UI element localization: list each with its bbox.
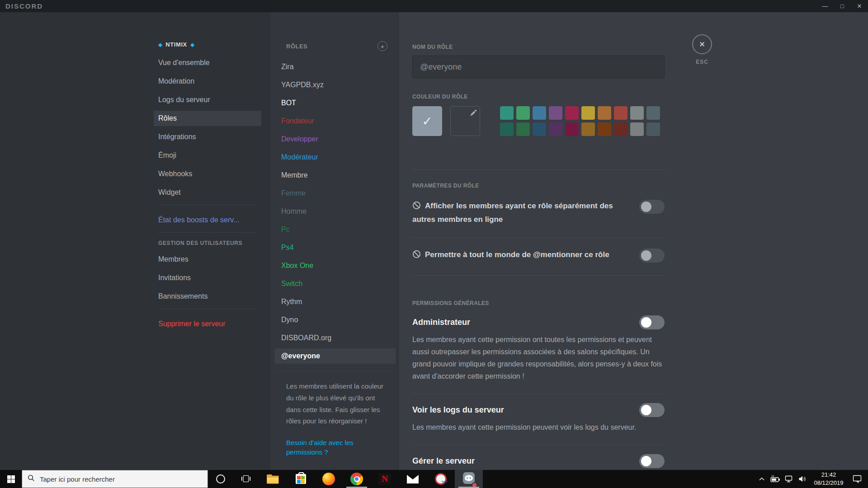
- permission-row: Voir les logs du serveur Les membres aya…: [412, 394, 665, 445]
- permission-toggle[interactable]: [639, 403, 665, 417]
- search-input[interactable]: [40, 475, 202, 483]
- color-swatch[interactable]: [500, 106, 514, 120]
- sidebar-item[interactable]: Intégrations: [154, 129, 261, 145]
- role-list-item[interactable]: Modérateur: [275, 150, 396, 165]
- sidebar-item[interactable]: Widget: [154, 185, 261, 200]
- taskbar-netflix-button[interactable]: N: [371, 470, 399, 488]
- color-swatch[interactable]: [614, 106, 627, 120]
- color-swatch[interactable]: [549, 122, 562, 136]
- role-list-item[interactable]: DISBOARD.org: [275, 330, 396, 346]
- netflix-icon: N: [379, 473, 391, 485]
- add-role-icon[interactable]: +: [377, 41, 387, 51]
- time-text: 21:42: [821, 471, 836, 478]
- mention-toggle[interactable]: [639, 249, 665, 263]
- color-swatch[interactable]: [581, 106, 595, 120]
- taskbar-firefox-button[interactable]: [315, 470, 343, 488]
- taskbar-discord-button[interactable]: [455, 470, 483, 488]
- role-list-item[interactable]: Femme: [275, 186, 396, 201]
- color-swatch[interactable]: [581, 122, 595, 136]
- role-list-item[interactable]: Membre: [275, 168, 396, 183]
- role-list-item[interactable]: @everyone: [275, 348, 396, 364]
- taskbar-chrome-button[interactable]: [343, 470, 371, 488]
- role-list-item[interactable]: Ps4: [275, 240, 396, 255]
- role-list-item[interactable]: Rythm: [275, 294, 396, 310]
- custom-color-swatch[interactable]: [450, 106, 480, 136]
- role-list-item[interactable]: Dyno: [275, 312, 396, 328]
- default-color-swatch[interactable]: ✓: [412, 106, 442, 136]
- hoist-toggle[interactable]: [639, 200, 665, 214]
- discord-icon: [462, 472, 475, 486]
- hidden-icons-chevron-icon[interactable]: [755, 470, 769, 488]
- taskbar-scissors-app-button[interactable]: ✂: [427, 470, 455, 488]
- color-swatch[interactable]: [630, 106, 644, 120]
- start-button[interactable]: [0, 470, 22, 488]
- color-swatch[interactable]: [614, 122, 627, 136]
- taskbar-file-explorer-button[interactable]: [259, 470, 287, 488]
- sidebar-item[interactable]: Modération: [154, 74, 261, 89]
- maximize-button[interactable]: □: [834, 0, 851, 12]
- esc-label: ESC: [689, 59, 716, 65]
- windows-taskbar: N ✂: [0, 470, 868, 488]
- volume-icon[interactable]: [796, 470, 809, 488]
- color-swatch[interactable]: [516, 122, 530, 136]
- taskbar-clock[interactable]: 21:42 08/12/2019: [809, 471, 848, 487]
- permissions-help-link[interactable]: Besoin d'aide avec les permissions ?: [286, 438, 364, 457]
- role-list-item[interactable]: Homme: [275, 204, 396, 219]
- sidebar-item-server-boost-status[interactable]: État des boosts de serv...: [154, 212, 261, 228]
- close-settings-control: ✕ ESC: [689, 34, 716, 65]
- color-swatch[interactable]: [646, 122, 660, 136]
- taskbar-search[interactable]: [22, 470, 208, 488]
- close-button[interactable]: ✕: [851, 0, 868, 12]
- color-swatch[interactable]: [565, 122, 579, 136]
- color-swatch[interactable]: [646, 106, 660, 120]
- color-swatch[interactable]: [549, 106, 562, 120]
- permission-row: Gérer le serveur: [412, 445, 665, 470]
- color-swatch[interactable]: [500, 122, 514, 136]
- network-icon[interactable]: [782, 470, 796, 488]
- gem-icon: ◆: [190, 42, 194, 48]
- sidebar-item[interactable]: Membres: [154, 252, 261, 267]
- system-tray: 21:42 08/12/2019: [755, 470, 868, 488]
- color-swatch[interactable]: [565, 106, 579, 120]
- permission-toggle[interactable]: [639, 315, 665, 329]
- sidebar-item[interactable]: Vue d'ensemble: [154, 55, 261, 70]
- role-list-item[interactable]: Switch: [275, 276, 396, 291]
- color-swatch[interactable]: [516, 106, 530, 120]
- cortana-button[interactable]: [208, 470, 233, 488]
- sidebar-item[interactable]: Rôles: [154, 111, 261, 126]
- role-name-input[interactable]: [412, 56, 665, 78]
- sidebar-item[interactable]: Bannissements: [154, 289, 261, 304]
- color-swatch[interactable]: [630, 122, 644, 136]
- delete-server-button[interactable]: Supprimer le serveur: [154, 316, 261, 332]
- taskbar-store-button[interactable]: [287, 470, 315, 488]
- server-name-header: ◆ NTIMIX ◆: [154, 41, 261, 48]
- role-list-item[interactable]: Pc: [275, 222, 396, 237]
- roles-list-panel: RÔLES + Zira YAGPDB.xyz BOT Fondateur De…: [270, 12, 399, 470]
- task-view-button[interactable]: [233, 470, 259, 488]
- role-list-item[interactable]: BOT: [275, 95, 396, 111]
- role-list-item[interactable]: Fondateur: [275, 113, 396, 129]
- role-list-item[interactable]: Developper: [275, 131, 396, 147]
- cortana-icon: [216, 474, 225, 483]
- color-swatch[interactable]: [598, 106, 611, 120]
- role-list-item[interactable]: Zira: [275, 59, 396, 75]
- window-controls: — □ ✕: [816, 0, 868, 12]
- color-palette-grid: [500, 106, 660, 136]
- sidebar-item[interactable]: Invitations: [154, 270, 261, 286]
- sidebar-item[interactable]: Webhooks: [154, 166, 261, 182]
- color-swatch[interactable]: [598, 122, 611, 136]
- role-list-item[interactable]: Xbox One: [275, 258, 396, 273]
- taskbar-mail-button[interactable]: [399, 470, 427, 488]
- permission-toggle[interactable]: [639, 454, 665, 468]
- close-settings-icon[interactable]: ✕: [692, 34, 712, 54]
- role-settings-header: PARAMÈTRES DU RÔLE: [412, 183, 665, 189]
- color-swatch[interactable]: [533, 106, 546, 120]
- role-list-item[interactable]: YAGPDB.xyz: [275, 77, 396, 93]
- user-management-section-header: GESTION DES UTILISATEURS: [154, 240, 261, 246]
- battery-icon[interactable]: [769, 470, 782, 488]
- sidebar-item[interactable]: Logs du serveur: [154, 92, 261, 108]
- minimize-button[interactable]: —: [816, 0, 834, 12]
- color-swatch[interactable]: [533, 122, 546, 136]
- action-center-icon[interactable]: [848, 470, 866, 488]
- sidebar-item[interactable]: Émoji: [154, 148, 261, 163]
